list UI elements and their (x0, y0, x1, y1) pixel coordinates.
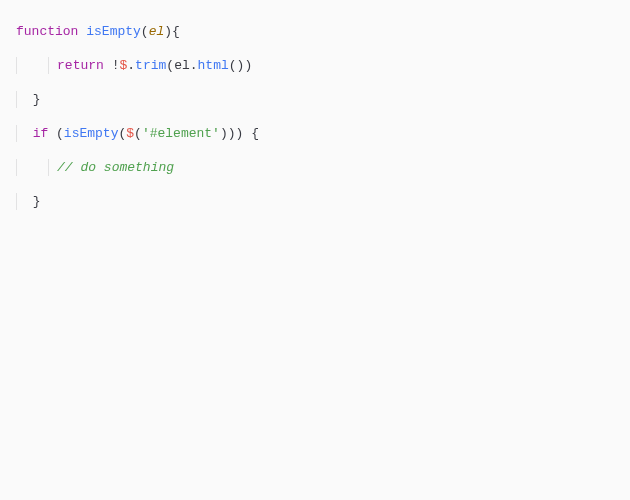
paren-open: ( (134, 126, 142, 141)
method-trim: trim (135, 58, 166, 73)
paren-close: ) (244, 58, 252, 73)
code-line: } (16, 91, 614, 108)
paren-open: ( (166, 58, 174, 73)
paren-close: ) (236, 126, 244, 141)
code-line: function isEmpty(el){ (16, 23, 614, 40)
string-selector: '#element' (142, 126, 220, 141)
paren-open: ( (56, 126, 64, 141)
brace-open: { (172, 24, 180, 39)
keyword-return: return (57, 58, 104, 73)
dollar: $ (126, 126, 134, 141)
ident-el: el (174, 58, 190, 73)
paren-close: ) (164, 24, 172, 39)
brace-close: } (33, 194, 41, 209)
paren-close: ) (228, 126, 236, 141)
keyword-if: if (33, 126, 49, 141)
dot: . (190, 58, 198, 73)
keyword-function: function (16, 24, 78, 39)
code-line: } (16, 193, 614, 210)
dot: . (127, 58, 135, 73)
comment: // do something (57, 160, 174, 175)
method-html: html (198, 58, 229, 73)
call-parens: () (229, 58, 245, 73)
param-el: el (149, 24, 165, 39)
paren-open: ( (141, 24, 149, 39)
code-block: function isEmpty(el){ return !$.trim(el.… (0, 0, 630, 233)
paren-close: ) (220, 126, 228, 141)
code-line: if (isEmpty($('#element'))) { (16, 125, 614, 142)
code-line: return !$.trim(el.html()) (16, 57, 614, 74)
brace-open: { (251, 126, 259, 141)
call-isEmpty: isEmpty (64, 126, 119, 141)
brace-close: } (33, 92, 41, 107)
function-name: isEmpty (86, 24, 141, 39)
code-line: // do something (16, 159, 614, 176)
